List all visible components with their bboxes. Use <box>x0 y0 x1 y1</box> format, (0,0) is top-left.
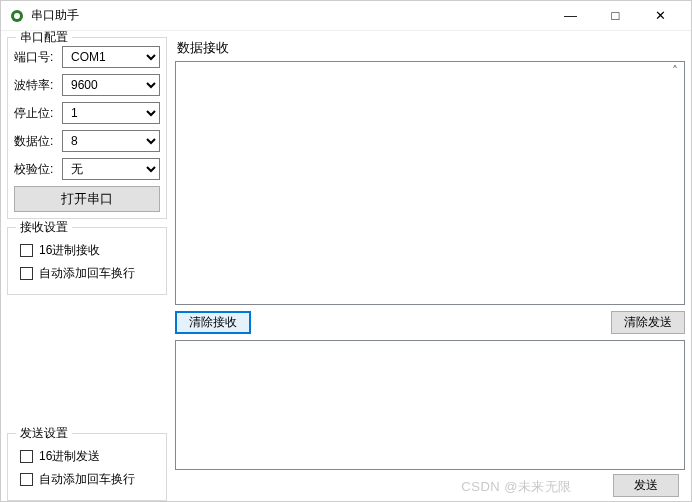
send-hex-checkbox[interactable] <box>20 450 33 463</box>
parity-select[interactable]: 无 <box>62 158 160 180</box>
send-button[interactable]: 发送 <box>613 474 679 497</box>
parity-label: 校验位: <box>14 161 62 178</box>
recv-crlf-label: 自动添加回车换行 <box>39 265 135 282</box>
scrollbar-up-icon[interactable]: ˄ <box>668 64 682 78</box>
stop-label: 停止位: <box>14 105 62 122</box>
data-label: 数据位: <box>14 133 62 150</box>
minimize-button[interactable]: — <box>548 2 593 30</box>
maximize-button[interactable]: □ <box>593 2 638 30</box>
open-port-button[interactable]: 打开串口 <box>14 186 160 212</box>
close-button[interactable]: ✕ <box>638 2 683 30</box>
stop-select[interactable]: 1 <box>62 102 160 124</box>
baud-select[interactable]: 9600 <box>62 74 160 96</box>
recv-settings-title: 接收设置 <box>16 219 72 236</box>
serial-config-group: 串口配置 端口号: COM1 波特率: 9600 停止位: 1 数据位: 8 <box>7 37 167 219</box>
recv-hex-checkbox[interactable] <box>20 244 33 257</box>
window-title: 串口助手 <box>31 7 548 24</box>
recv-title: 数据接收 <box>177 39 685 57</box>
app-icon <box>9 8 25 24</box>
send-settings-group: 发送设置 16进制发送 自动添加回车换行 <box>7 433 167 501</box>
send-crlf-checkbox[interactable] <box>20 473 33 486</box>
data-select[interactable]: 8 <box>62 130 160 152</box>
send-crlf-label: 自动添加回车换行 <box>39 471 135 488</box>
clear-recv-button[interactable]: 清除接收 <box>175 311 251 334</box>
port-label: 端口号: <box>14 49 62 66</box>
serial-config-title: 串口配置 <box>16 31 72 46</box>
baud-label: 波特率: <box>14 77 62 94</box>
recv-crlf-checkbox[interactable] <box>20 267 33 280</box>
titlebar: 串口助手 — □ ✕ <box>1 1 691 31</box>
recv-textarea[interactable]: ˄ <box>175 61 685 305</box>
svg-point-1 <box>14 13 20 19</box>
port-select[interactable]: COM1 <box>62 46 160 68</box>
window-controls: — □ ✕ <box>548 2 683 30</box>
app-window: 串口助手 — □ ✕ 串口配置 端口号: COM1 波特率: 9600 停止位: <box>0 0 692 502</box>
recv-settings-group: 接收设置 16进制接收 自动添加回车换行 <box>7 227 167 295</box>
clear-send-button[interactable]: 清除发送 <box>611 311 685 334</box>
send-textarea[interactable] <box>175 340 685 470</box>
send-settings-title: 发送设置 <box>16 425 72 442</box>
recv-hex-label: 16进制接收 <box>39 242 100 259</box>
send-hex-label: 16进制发送 <box>39 448 100 465</box>
